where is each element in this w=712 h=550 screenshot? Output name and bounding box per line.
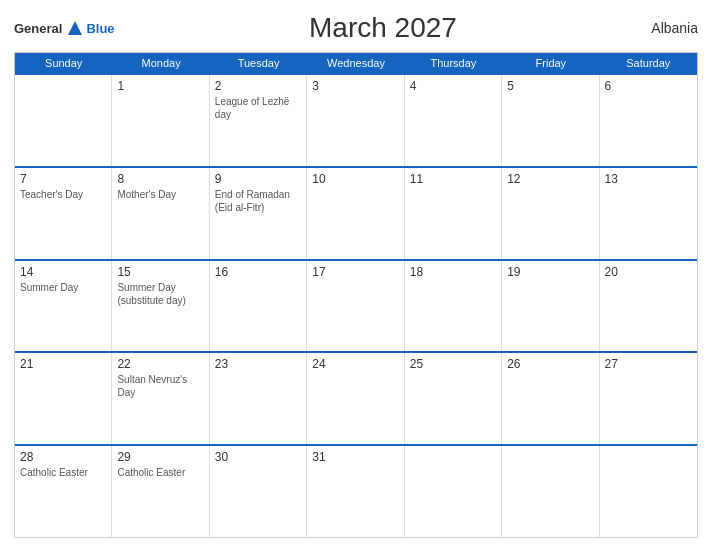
day-header-wednesday: Wednesday [307, 53, 404, 73]
logo-blue-text: Blue [86, 21, 114, 36]
day-number: 14 [20, 265, 106, 279]
day-cell: 10 [307, 168, 404, 259]
day-header-monday: Monday [112, 53, 209, 73]
day-cell: 8Mother's Day [112, 168, 209, 259]
day-cell: 26 [502, 353, 599, 444]
day-cell [15, 75, 112, 166]
day-cell: 22Sultan Nevruz's Day [112, 353, 209, 444]
day-number: 2 [215, 79, 301, 93]
day-number: 19 [507, 265, 593, 279]
calendar-page: General Blue March 2027 Albania SundayMo… [0, 0, 712, 550]
day-cell: 7Teacher's Day [15, 168, 112, 259]
day-cell: 24 [307, 353, 404, 444]
day-number: 27 [605, 357, 692, 371]
event-label: Catholic Easter [117, 466, 203, 479]
day-cell: 2League of Lezhë day [210, 75, 307, 166]
svg-marker-0 [68, 21, 82, 35]
week-row-2: 7Teacher's Day8Mother's Day9End of Ramad… [15, 166, 697, 259]
day-number: 3 [312, 79, 398, 93]
day-cell: 17 [307, 261, 404, 352]
day-cell: 27 [600, 353, 697, 444]
day-header-thursday: Thursday [405, 53, 502, 73]
country-label: Albania [651, 20, 698, 36]
day-header-tuesday: Tuesday [210, 53, 307, 73]
logo-icon [66, 19, 84, 37]
day-header-saturday: Saturday [600, 53, 697, 73]
event-label: Summer Day (substitute day) [117, 281, 203, 307]
day-number: 23 [215, 357, 301, 371]
event-label: Catholic Easter [20, 466, 106, 479]
day-header-friday: Friday [502, 53, 599, 73]
day-number: 16 [215, 265, 301, 279]
month-title: March 2027 [115, 12, 652, 44]
day-number: 17 [312, 265, 398, 279]
day-cell: 15Summer Day (substitute day) [112, 261, 209, 352]
day-cell: 29Catholic Easter [112, 446, 209, 537]
event-label: League of Lezhë day [215, 95, 301, 121]
week-row-5: 28Catholic Easter29Catholic Easter3031 [15, 444, 697, 537]
day-cell: 21 [15, 353, 112, 444]
day-cell: 6 [600, 75, 697, 166]
day-number: 30 [215, 450, 301, 464]
day-cell: 1 [112, 75, 209, 166]
day-number: 10 [312, 172, 398, 186]
event-label: Summer Day [20, 281, 106, 294]
day-cell: 25 [405, 353, 502, 444]
day-cell: 9End of Ramadan (Eid al-Fitr) [210, 168, 307, 259]
day-cell: 16 [210, 261, 307, 352]
day-number: 7 [20, 172, 106, 186]
day-number: 5 [507, 79, 593, 93]
day-cell [600, 446, 697, 537]
day-number: 6 [605, 79, 692, 93]
day-number: 26 [507, 357, 593, 371]
day-cell: 12 [502, 168, 599, 259]
day-cell: 23 [210, 353, 307, 444]
logo-general-text: General [14, 21, 62, 36]
day-cell: 31 [307, 446, 404, 537]
day-number: 15 [117, 265, 203, 279]
days-header: SundayMondayTuesdayWednesdayThursdayFrid… [15, 53, 697, 73]
event-label: End of Ramadan (Eid al-Fitr) [215, 188, 301, 214]
day-number: 13 [605, 172, 692, 186]
day-cell: 30 [210, 446, 307, 537]
weeks: 12League of Lezhë day34567Teacher's Day8… [15, 73, 697, 537]
day-cell: 5 [502, 75, 599, 166]
day-number: 25 [410, 357, 496, 371]
day-number: 28 [20, 450, 106, 464]
day-cell: 4 [405, 75, 502, 166]
day-cell [405, 446, 502, 537]
day-cell: 13 [600, 168, 697, 259]
day-number: 22 [117, 357, 203, 371]
day-number: 11 [410, 172, 496, 186]
day-number: 18 [410, 265, 496, 279]
day-number: 21 [20, 357, 106, 371]
calendar: SundayMondayTuesdayWednesdayThursdayFrid… [14, 52, 698, 538]
day-cell: 28Catholic Easter [15, 446, 112, 537]
header: General Blue March 2027 Albania [14, 12, 698, 44]
day-cell: 18 [405, 261, 502, 352]
day-number: 29 [117, 450, 203, 464]
day-number: 1 [117, 79, 203, 93]
day-cell: 3 [307, 75, 404, 166]
event-label: Teacher's Day [20, 188, 106, 201]
week-row-1: 12League of Lezhë day3456 [15, 73, 697, 166]
logo: General Blue [14, 19, 115, 37]
day-number: 4 [410, 79, 496, 93]
week-row-3: 14Summer Day15Summer Day (substitute day… [15, 259, 697, 352]
event-label: Mother's Day [117, 188, 203, 201]
day-number: 20 [605, 265, 692, 279]
day-cell: 19 [502, 261, 599, 352]
day-cell: 11 [405, 168, 502, 259]
day-number: 8 [117, 172, 203, 186]
day-number: 24 [312, 357, 398, 371]
week-row-4: 2122Sultan Nevruz's Day2324252627 [15, 351, 697, 444]
day-number: 9 [215, 172, 301, 186]
day-header-sunday: Sunday [15, 53, 112, 73]
day-cell: 14Summer Day [15, 261, 112, 352]
day-number: 12 [507, 172, 593, 186]
day-cell: 20 [600, 261, 697, 352]
event-label: Sultan Nevruz's Day [117, 373, 203, 399]
day-number: 31 [312, 450, 398, 464]
day-cell [502, 446, 599, 537]
